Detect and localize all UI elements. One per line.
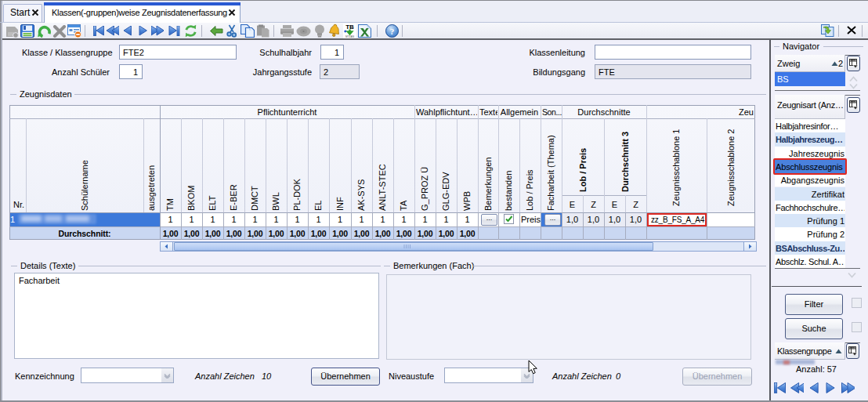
svg-text:MTZAN: MTZAN xyxy=(345,35,355,38)
svg-text:?: ? xyxy=(390,27,395,36)
